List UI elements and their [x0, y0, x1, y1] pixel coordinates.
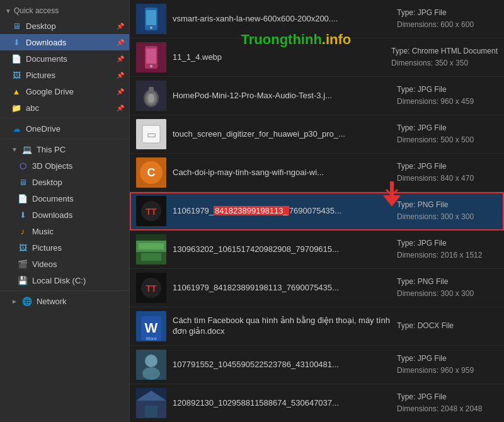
sidebar-item-music[interactable]: ♪ Music — [0, 223, 129, 239]
table-row[interactable]: 11_1_4.webp Type: Chrome HTML Document D… — [130, 38, 504, 77]
file-dimensions: Dimensions: 600 x 600 — [397, 19, 498, 31]
file-type: Type: JPG File — [397, 237, 498, 249]
phone2-thumbnail-svg — [136, 42, 166, 72]
sidebar-item-gdrive[interactable]: ▲ Google Drive 📌 — [0, 83, 129, 100]
sidebar-item-pictures2[interactable]: 🖼 Pictures — [0, 239, 129, 256]
sidebar-item-downloads2[interactable]: ⬇ Downloads — [0, 207, 129, 223]
file-type: Type: PNG File — [397, 199, 498, 211]
svg-rect-2 — [146, 10, 156, 25]
sidebar-item-label: Music — [32, 227, 54, 236]
svg-point-11 — [148, 94, 154, 103]
file-thumbnail: TT — [136, 196, 166, 226]
table-row[interactable]: HomePod-Mini-12-Pro-Max-Audio-Test-3.j..… — [130, 77, 504, 115]
svg-text:Word: Word — [146, 336, 157, 341]
sidebar-item-documents[interactable]: 📄 Documents 📌 — [0, 50, 129, 67]
desktop2-icon: 🖥 — [18, 177, 28, 187]
svg-rect-6 — [146, 48, 156, 64]
divider — [0, 139, 129, 139]
pictures2-icon: 🖼 — [18, 242, 28, 253]
file-dimensions: Dimensions: 840 x 470 — [397, 173, 498, 185]
file-name: 107791552_1045590522523786_43100481... — [173, 360, 391, 370]
file-type: Type: JPG File — [397, 122, 498, 134]
file-info: Type: JPG File Dimensions: 840 x 470 — [397, 161, 498, 185]
sidebar-item-onedrive[interactable]: ☁ OneDrive — [0, 120, 129, 137]
network-icon: 🌐 — [22, 296, 32, 306]
sidebar-item-3dobjects[interactable]: ⬡ 3D Objects — [0, 157, 129, 174]
sidebar-item-label: Downloads — [26, 38, 66, 47]
table-row[interactable]: 120892130_102958811588674_530647037... T… — [130, 384, 504, 422]
file-type: Type: JPG File — [397, 161, 498, 173]
svg-rect-29 — [139, 243, 164, 249]
sidebar-item-label: Google Drive — [26, 87, 74, 96]
file-info: Type: JPG File Dimensions: 500 x 500 — [397, 122, 498, 146]
file-name: 120892130_102958811588674_530647037... — [173, 398, 391, 409]
music-icon: ♪ — [18, 226, 28, 236]
sidebar-item-downloads-qa[interactable]: ⬇ Downloads 📌 — [0, 34, 129, 50]
file-name: Cách tìm Facebook qua hình ảnh bằng điện… — [173, 316, 391, 337]
file-thumbnail — [136, 388, 166, 418]
chevron-icon: ▼ — [11, 146, 18, 153]
sidebar-item-abc[interactable]: 📁 abc 📌 — [0, 100, 129, 116]
sidebar-item-thispc[interactable]: ▼ 💻 This PC — [0, 141, 129, 157]
file-info: Type: Chrome HTML Document Dimensions: 3… — [391, 45, 498, 69]
file-dimensions: Dimensions: 300 x 300 — [397, 211, 498, 223]
sidebar-item-label: Pictures — [26, 71, 55, 80]
sidebar-item-pictures[interactable]: 🖼 Pictures 📌 — [0, 67, 129, 83]
gdrive-icon: ▲ — [11, 86, 21, 96]
svg-rect-27 — [141, 253, 161, 261]
quick-access-header[interactable]: ▼ Quick access — [0, 3, 129, 18]
pin-icon: 📌 — [117, 105, 124, 111]
svg-text:TT: TT — [146, 283, 157, 294]
sidebar-item-localdisk[interactable]: 💾 Local Disk (C:) — [0, 272, 129, 288]
sidebar-item-videos[interactable]: 🎬 Videos — [0, 256, 129, 272]
downloads-icon: ⬇ — [11, 37, 21, 47]
svg-text:C: C — [147, 166, 156, 179]
file-name: HomePod-Mini-12-Pro-Max-Audio-Test-3.j..… — [173, 91, 391, 101]
sidebar-item-label: Desktop — [32, 178, 62, 187]
file-info: Type: PNG File Dimensions: 300 x 300 — [397, 276, 498, 300]
file-info: Type: JPG File Dimensions: 2048 x 2048 — [397, 391, 498, 415]
table-row[interactable]: TT 11061979_841823899198113_7690075435..… — [130, 269, 504, 307]
table-row[interactable]: vsmart-aris-xanh-la-new-600x600-200x200.… — [130, 0, 504, 38]
file-type: Type: JPG File — [397, 353, 498, 365]
file-info: Type: JPG File Dimensions: 2016 x 1512 — [397, 237, 498, 261]
sidebar-item-label: abc — [26, 103, 39, 113]
file-info: Type: JPG File Dimensions: 960 x 959 — [397, 353, 498, 377]
svg-point-7 — [150, 65, 152, 67]
pin-icon: 📌 — [117, 55, 124, 62]
whitebox-thumbnail-svg: ▭ — [136, 119, 166, 149]
highlighted-filename: 841823899198113_ — [214, 206, 289, 215]
file-type: Type: DOCX File — [397, 320, 498, 332]
table-row[interactable]: W Word Cách tìm Facebook qua hình ảnh bằ… — [130, 307, 504, 346]
file-dimensions: Dimensions: 300 x 300 — [397, 288, 498, 300]
table-row[interactable]: 130963202_1061517420982908_79709615... T… — [130, 231, 504, 269]
downloads2-icon: ⬇ — [18, 210, 28, 220]
sidebar-item-label: OneDrive — [26, 124, 60, 134]
table-row[interactable]: ▭ touch_screen_digitizer_for_huawei_p30_… — [130, 115, 504, 154]
sidebar-item-network[interactable]: ► 🌐 Network — [0, 293, 129, 309]
pin-icon: 📌 — [117, 23, 124, 30]
3dobjects-icon: ⬡ — [18, 161, 28, 171]
divider — [0, 118, 129, 118]
sidebar-item-label: Videos — [32, 259, 57, 269]
sidebar-item-desktop[interactable]: 🖥 Desktop 📌 — [0, 18, 129, 34]
file-info: Type: PNG File Dimensions: 300 x 300 — [397, 199, 498, 223]
file-dimensions: Dimensions: 350 x 350 — [391, 57, 498, 69]
homepod-thumbnail-svg — [136, 81, 166, 111]
sidebar-item-documents2[interactable]: 📄 Documents — [0, 190, 129, 207]
sidebar-item-label: Pictures — [32, 243, 62, 253]
file-thumbnail — [136, 81, 166, 111]
file-type: Type: JPG File — [397, 391, 498, 403]
blue-thumbnail-svg — [136, 388, 166, 418]
folder-icon: 📁 — [11, 103, 21, 113]
file-thumbnail — [136, 4, 166, 34]
file-type: Type: JPG File — [397, 84, 498, 96]
table-row[interactable]: TT 11061979_841823899198113_7690075435..… — [130, 192, 504, 231]
file-info: Type: DOCX File — [397, 320, 498, 332]
sidebar-item-desktop2[interactable]: 🖥 Desktop — [0, 174, 129, 190]
file-thumbnail — [136, 42, 166, 72]
file-name: 130963202_1061517420982908_79709615... — [173, 244, 391, 255]
svg-text:W: W — [145, 320, 158, 336]
table-row[interactable]: 107791552_1045590522523786_43100481... T… — [130, 346, 504, 384]
table-row[interactable]: C Cach-doi-ip-may-tinh-sang-wifi-ngoai-w… — [130, 154, 504, 192]
